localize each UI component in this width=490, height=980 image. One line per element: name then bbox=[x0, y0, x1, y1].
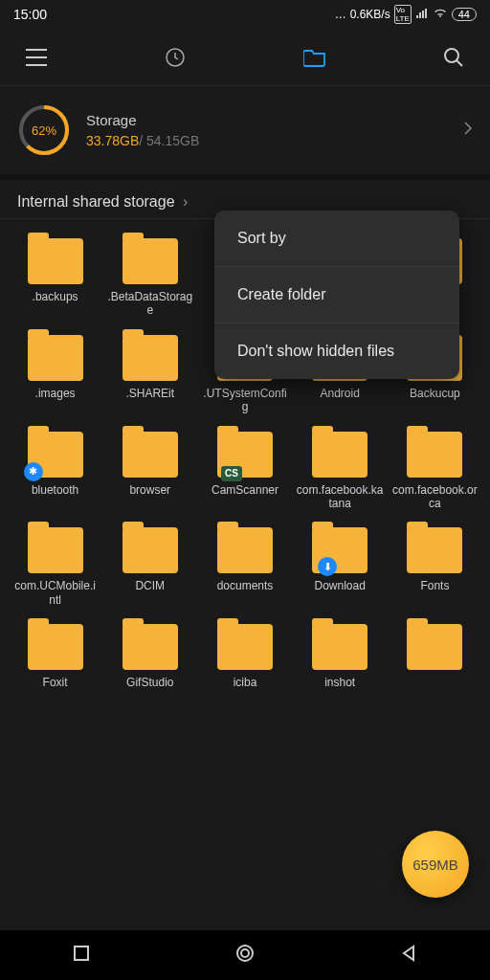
cleanup-fab[interactable]: 659MB bbox=[402, 831, 469, 898]
storage-used: 33.78GB bbox=[86, 133, 139, 148]
folder-item[interactable]: .images bbox=[10, 335, 100, 414]
folder-icon bbox=[28, 335, 83, 381]
folder-item[interactable]: com.UCMobile.intl bbox=[10, 527, 100, 607]
volte-icon: VoLTE bbox=[394, 5, 412, 24]
folder-icon bbox=[122, 432, 178, 478]
folder-label: .SHAREit bbox=[123, 387, 176, 413]
folder-item[interactable]: Foxit bbox=[10, 624, 100, 702]
folder-label: Android bbox=[319, 387, 362, 413]
folder-label: CamScanner bbox=[210, 483, 280, 510]
back-button[interactable] bbox=[400, 945, 417, 966]
folder-label: com.facebook.katana bbox=[295, 483, 386, 511]
folder-icon bbox=[407, 624, 462, 670]
folder-icon bbox=[28, 624, 83, 670]
folder-icon bbox=[122, 335, 178, 381]
folder-icon bbox=[217, 527, 273, 573]
search-icon[interactable] bbox=[434, 47, 473, 68]
chevron-right-icon bbox=[463, 121, 473, 140]
folder-label: bluetooth bbox=[30, 483, 80, 510]
wifi-icon bbox=[433, 8, 448, 22]
bluetooth-icon: ✱ bbox=[24, 462, 43, 481]
folder-label: browser bbox=[127, 483, 172, 510]
folder-item[interactable]: .backups bbox=[10, 238, 100, 318]
folder-icon: CS bbox=[217, 432, 273, 478]
battery-icon: 44 bbox=[452, 8, 477, 21]
folder-icon bbox=[122, 624, 178, 670]
folder-item[interactable]: browser bbox=[104, 432, 195, 511]
menu-sort-by[interactable]: Sort by bbox=[214, 211, 459, 267]
folder-item[interactable]: DCIM bbox=[104, 527, 195, 607]
folder-label: com.facebook.orca bbox=[390, 483, 480, 511]
context-menu: Sort by Create folder Don't show hidden … bbox=[214, 211, 459, 379]
folder-label: iciba bbox=[232, 676, 259, 702]
folder-item[interactable]: ⬇Download bbox=[295, 527, 386, 607]
storage-title: Storage bbox=[86, 112, 448, 128]
signal-icon bbox=[415, 8, 429, 22]
folder-item[interactable]: GifStudio bbox=[104, 624, 195, 702]
folder-icon bbox=[28, 527, 83, 573]
folder-item[interactable]: iciba bbox=[199, 624, 290, 702]
folder-label: .backups bbox=[31, 290, 80, 317]
folder-icon bbox=[28, 238, 83, 284]
folder-label: documents bbox=[215, 579, 276, 606]
home-button[interactable] bbox=[234, 943, 256, 968]
storage-percent: 62% bbox=[17, 103, 71, 157]
recent-icon[interactable] bbox=[156, 47, 194, 68]
folder-tab-icon[interactable] bbox=[296, 48, 334, 67]
folder-item[interactable]: Fonts bbox=[390, 527, 480, 607]
folder-label: Fonts bbox=[418, 579, 451, 606]
folder-item[interactable]: com.facebook.katana bbox=[295, 432, 386, 511]
folder-label: .BetaDataStorage bbox=[104, 290, 195, 318]
folder-icon bbox=[312, 432, 368, 478]
folder-item[interactable]: CSCamScanner bbox=[199, 432, 290, 511]
status-bar: 15:00 … 0.6KB/s VoLTE 44 bbox=[0, 0, 490, 29]
system-navbar bbox=[0, 930, 490, 980]
folder-item[interactable]: com.facebook.orca bbox=[390, 432, 480, 511]
folder-item[interactable]: ✱bluetooth bbox=[10, 432, 100, 511]
folder-label: Download bbox=[313, 579, 368, 606]
menu-hide-hidden[interactable]: Don't show hidden files bbox=[214, 323, 459, 379]
folder-label: .images bbox=[33, 387, 78, 413]
fab-label: 659MB bbox=[412, 857, 458, 873]
folder-label: .UTSystemConfig bbox=[199, 387, 290, 414]
svg-point-6 bbox=[241, 949, 249, 957]
folder-icon bbox=[122, 238, 178, 284]
folder-label bbox=[433, 676, 436, 702]
folder-item[interactable]: .SHAREit bbox=[104, 335, 195, 414]
svg-point-1 bbox=[445, 49, 458, 62]
folder-label: Backucup bbox=[408, 387, 462, 413]
folder-icon bbox=[312, 624, 368, 670]
folder-icon: ✱ bbox=[28, 432, 83, 478]
folder-icon bbox=[407, 432, 462, 478]
dots-icon: … bbox=[335, 8, 346, 21]
folder-label: inshot bbox=[323, 676, 357, 702]
folder-icon: ⬇ bbox=[312, 527, 368, 573]
chevron-right-icon: › bbox=[183, 193, 188, 210]
clock: 15:00 bbox=[13, 7, 47, 22]
folder-label: Foxit bbox=[41, 676, 70, 702]
folder-item[interactable]: inshot bbox=[295, 624, 386, 702]
svg-point-5 bbox=[237, 946, 253, 961]
svg-rect-4 bbox=[75, 947, 88, 960]
camscanner-icon: CS bbox=[221, 466, 242, 481]
download-icon: ⬇ bbox=[318, 557, 337, 576]
menu-create-folder[interactable]: Create folder bbox=[214, 267, 459, 323]
toolbar bbox=[0, 29, 490, 86]
storage-ring: 62% bbox=[17, 103, 71, 157]
storage-card[interactable]: 62% Storage 33.78GB/ 54.15GB bbox=[0, 86, 490, 180]
folder-item[interactable]: documents bbox=[199, 527, 290, 607]
folder-icon bbox=[122, 527, 178, 573]
folder-label: com.UCMobile.intl bbox=[10, 579, 100, 607]
storage-total: / 54.15GB bbox=[139, 133, 199, 148]
status-right: … 0.6KB/s VoLTE 44 bbox=[335, 5, 477, 24]
folder-label: DCIM bbox=[133, 579, 167, 606]
breadcrumb-path: Internal shared storage bbox=[17, 193, 175, 210]
folder-icon bbox=[217, 624, 273, 670]
storage-info: Storage 33.78GB/ 54.15GB bbox=[86, 112, 448, 149]
folder-label: GifStudio bbox=[124, 676, 175, 702]
recents-button[interactable] bbox=[73, 945, 90, 966]
folder-icon bbox=[407, 527, 462, 573]
folder-item[interactable]: .BetaDataStorage bbox=[104, 238, 195, 318]
folder-item[interactable] bbox=[390, 624, 480, 702]
menu-icon[interactable] bbox=[17, 49, 56, 66]
